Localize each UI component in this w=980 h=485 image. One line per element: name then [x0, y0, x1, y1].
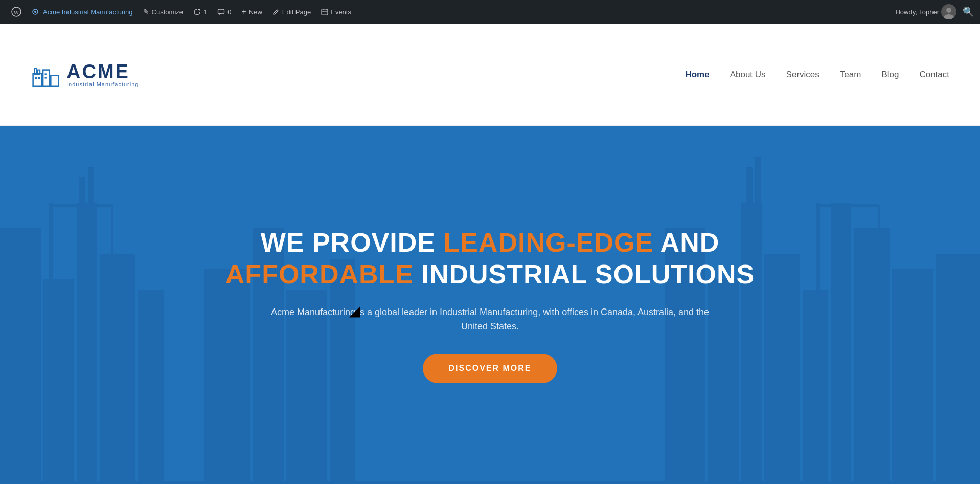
svg-rect-19 — [44, 77, 46, 78]
svg-rect-5 — [322, 9, 328, 15]
nav-blog[interactable]: Blog — [881, 70, 899, 80]
site-name-text: Acme Industrial Manufacturing — [43, 8, 133, 16]
edit-page-label: Edit Page — [282, 8, 311, 16]
edit-icon — [272, 8, 280, 15]
site-header: ACME Industrial Manufacturing Home About… — [0, 24, 980, 126]
plus-icon: + — [241, 7, 246, 16]
hero-section: WE PROVIDE LEADING-EDGE AND AFFORDABLE I… — [0, 126, 980, 484]
headline-part1: WE PROVIDE — [261, 228, 444, 257]
svg-point-3 — [34, 11, 36, 13]
logo-icon — [31, 60, 61, 89]
svg-rect-25 — [79, 177, 85, 279]
nav-services[interactable]: Services — [786, 70, 819, 80]
svg-rect-21 — [43, 279, 74, 484]
svg-rect-13 — [51, 76, 58, 86]
customize-icon: ✎ — [143, 8, 149, 16]
customize-item[interactable]: ✎ Customize — [138, 0, 188, 24]
site-name-item[interactable]: Acme Industrial Manufacturing — [27, 0, 138, 24]
comments-item[interactable]: 0 — [212, 0, 236, 24]
headline-part2: AND — [653, 228, 719, 257]
customize-label: Customize — [152, 8, 183, 16]
main-nav: Home About Us Services Team Blog Contact — [685, 70, 949, 80]
nav-team[interactable]: Team — [840, 70, 861, 80]
svg-rect-16 — [35, 77, 37, 79]
headline-orange2: AFFORDABLE — [225, 259, 414, 289]
svg-rect-4 — [218, 9, 224, 14]
hero-headline: WE PROVIDE LEADING-EDGE AND AFFORDABLE I… — [225, 227, 755, 291]
logo-subtitle: Industrial Manufacturing — [66, 81, 139, 87]
logo-area[interactable]: ACME Industrial Manufacturing — [31, 60, 139, 89]
events-item[interactable]: Events — [316, 0, 356, 24]
user-greeting: Howdy, Topher — [895, 8, 939, 16]
headline-part3: INDUSTRIAL SOLUTIONS — [414, 259, 755, 289]
revisions-count: 1 — [203, 8, 207, 16]
comments-count: 0 — [227, 8, 231, 16]
discover-more-button[interactable]: DISCOVER MORE — [423, 354, 557, 383]
wp-logo-item[interactable]: W — [6, 0, 27, 24]
svg-rect-40 — [854, 228, 890, 484]
events-label: Events — [331, 8, 351, 16]
admin-bar-right: Howdy, Topher 🔍 — [895, 4, 974, 19]
new-item[interactable]: + New — [236, 0, 267, 24]
logo-acme: ACME — [66, 62, 139, 81]
admin-bar: W Acme Industrial Manufacturing ✎ Custom… — [0, 0, 980, 24]
logo-text-area: ACME Industrial Manufacturing — [66, 62, 139, 87]
revisions-icon — [193, 8, 201, 16]
edit-page-item[interactable]: Edit Page — [267, 0, 316, 24]
hero-subtext: Acme Manufacturing is a global leader in… — [260, 305, 720, 335]
hero-content: WE PROVIDE LEADING-EDGE AND AFFORDABLE I… — [123, 227, 857, 383]
svg-rect-48 — [0, 481, 980, 484]
nav-home[interactable]: Home — [685, 70, 709, 80]
search-icon[interactable]: 🔍 — [963, 6, 974, 17]
svg-rect-26 — [88, 167, 94, 279]
svg-point-10 — [944, 14, 954, 19]
calendar-icon — [321, 8, 328, 15]
svg-rect-11 — [33, 73, 42, 86]
nav-about[interactable]: About Us — [730, 70, 766, 80]
svg-rect-18 — [44, 73, 46, 75]
user-avatar[interactable] — [941, 4, 956, 19]
svg-text:W: W — [14, 9, 19, 15]
svg-rect-41 — [892, 269, 933, 484]
svg-rect-17 — [38, 77, 40, 79]
headline-orange1: LEADING-EDGE — [443, 228, 653, 257]
comments-icon — [217, 8, 225, 16]
nav-contact[interactable]: Contact — [919, 70, 949, 80]
svg-point-9 — [946, 8, 951, 13]
svg-rect-20 — [0, 228, 41, 484]
svg-rect-42 — [936, 254, 980, 484]
revisions-item[interactable]: 1 — [188, 0, 212, 24]
new-label: New — [249, 8, 262, 16]
